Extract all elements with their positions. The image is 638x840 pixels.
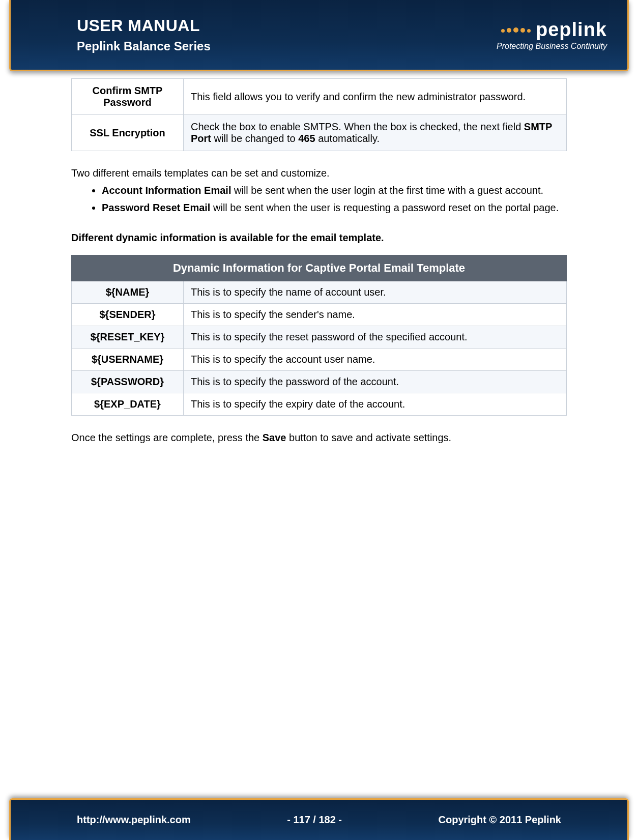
setting-label: Confirm SMTP Password (72, 79, 184, 115)
table-row: SSL Encryption Check the box to enable S… (72, 115, 567, 151)
setting-description: This field allows you to verify and conf… (184, 79, 567, 115)
footer-url: http://www.peplink.com (77, 814, 191, 826)
list-item: Account Information Email will be sent w… (102, 183, 567, 197)
logo-text: peplink (536, 19, 607, 41)
bullet-list: Account Information Email will be sent w… (102, 183, 567, 215)
settings-table: Confirm SMTP Password This field allows … (71, 78, 567, 151)
variable-description: This is to specify the expiry date of th… (184, 393, 567, 416)
table-header-row: Dynamic Information for Captive Portal E… (72, 255, 567, 281)
paragraph: Two different emails templates can be se… (71, 166, 567, 180)
variable-description: This is to specify the reset password of… (184, 326, 567, 349)
variable-name: ${SENDER} (72, 304, 184, 326)
footer-copyright: Copyright © 2011 Peplink (439, 814, 561, 826)
variable-name: ${RESET_KEY} (72, 326, 184, 349)
table-header: Dynamic Information for Captive Portal E… (72, 255, 567, 281)
footer-page-number: - 117 / 182 - (287, 814, 342, 826)
logo-dots-icon (501, 27, 531, 33)
header-subtitle: Peplink Balance Series (77, 39, 211, 53)
closing-paragraph: Once the settings are complete, press th… (71, 431, 567, 445)
page-content: Confirm SMTP Password This field allows … (0, 71, 638, 798)
variable-name: ${USERNAME} (72, 349, 184, 371)
list-item: Password Reset Email will be sent when t… (102, 200, 567, 215)
page-footer: http://www.peplink.com - 117 / 182 - Cop… (9, 798, 629, 840)
variable-name: ${NAME} (72, 281, 184, 304)
variable-description: This is to specify the account user name… (184, 349, 567, 371)
variable-description: This is to specify the name of account u… (184, 281, 567, 304)
logo-tagline: Protecting Business Continuity (497, 42, 607, 51)
setting-description: Check the box to enable SMTPS. When the … (184, 115, 567, 151)
table-row: ${SENDER} This is to specify the sender'… (72, 304, 567, 326)
header-text-block: USER MANUAL Peplink Balance Series (77, 16, 211, 53)
table-row: ${RESET_KEY} This is to specify the rese… (72, 326, 567, 349)
table-row: ${USERNAME} This is to specify the accou… (72, 349, 567, 371)
table-row: ${PASSWORD} This is to specify the passw… (72, 371, 567, 393)
section-heading: Different dynamic information is availab… (71, 232, 567, 244)
setting-label: SSL Encryption (72, 115, 184, 151)
variable-name: ${PASSWORD} (72, 371, 184, 393)
dynamic-info-table: Dynamic Information for Captive Portal E… (71, 255, 567, 416)
header-title: USER MANUAL (77, 16, 211, 35)
variable-description: This is to specify the sender's name. (184, 304, 567, 326)
table-row: ${EXP_DATE} This is to specify the expir… (72, 393, 567, 416)
variable-description: This is to specify the password of the a… (184, 371, 567, 393)
table-row: Confirm SMTP Password This field allows … (72, 79, 567, 115)
brand-logo: peplink Protecting Business Continuity (497, 19, 607, 51)
page-header: USER MANUAL Peplink Balance Series pepli… (9, 0, 629, 71)
table-row: ${NAME} This is to specify the name of a… (72, 281, 567, 304)
variable-name: ${EXP_DATE} (72, 393, 184, 416)
